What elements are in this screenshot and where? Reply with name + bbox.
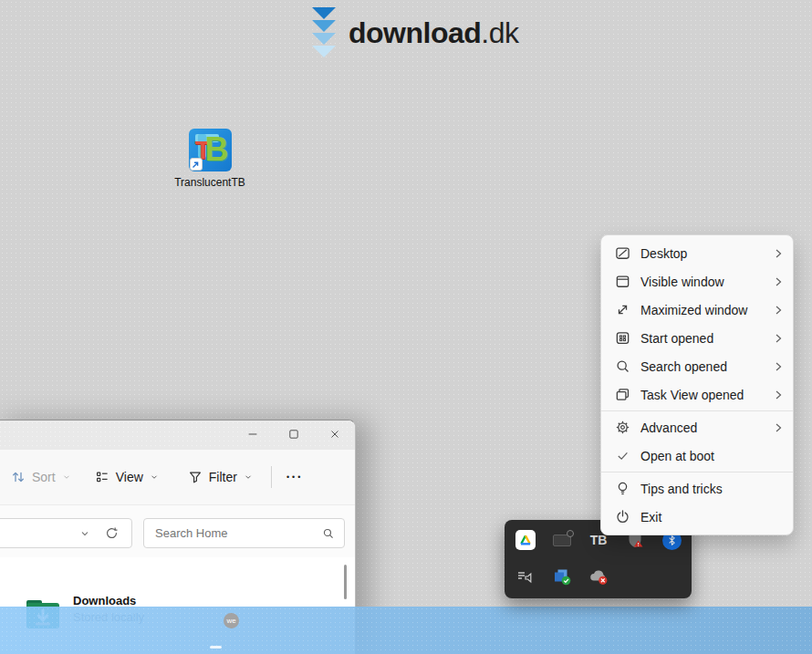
visible-window-icon (614, 274, 630, 290)
check-icon (614, 448, 630, 464)
start-icon (614, 330, 630, 347)
maximized-window-icon (614, 302, 630, 318)
submenu-chevron-icon (773, 247, 784, 260)
view-button[interactable]: View (95, 470, 159, 484)
submenu-chevron-icon (773, 389, 784, 401)
chevron-down-icon[interactable] (79, 528, 90, 539)
update-cube-check-icon[interactable] (544, 558, 580, 595)
menu-item-maximized-window[interactable]: Maximized window (601, 296, 793, 324)
translucenttb-context-menu: Desktop Visible window Maximized window … (600, 234, 794, 535)
filter-funnel-icon (188, 470, 203, 484)
menu-item-task-view-opened[interactable]: Task View opened (601, 380, 793, 409)
refresh-icon[interactable] (105, 526, 119, 540)
search-icon (614, 358, 630, 375)
desktop-shortcut-translucenttb[interactable]: T B TranslucentTB (174, 129, 245, 189)
hp-device-icon[interactable] (544, 522, 580, 558)
submenu-chevron-icon (773, 304, 784, 317)
submenu-chevron-icon (773, 275, 784, 288)
chevron-down-icon (150, 472, 159, 482)
shortcut-label: TranslucentTB (174, 176, 245, 189)
taskbar: W ENG UK (0, 607, 812, 654)
menu-item-open-at-boot[interactable]: Open at boot (601, 441, 793, 470)
minimize-button[interactable] (232, 420, 273, 448)
menu-item-exit[interactable]: Exit (601, 503, 793, 531)
submenu-chevron-icon (773, 360, 784, 373)
wallpaper-logo: download.dk (312, 7, 519, 58)
submenu-chevron-icon (773, 421, 784, 434)
folder-title: Downloads (73, 594, 144, 607)
search-icon (322, 527, 335, 540)
explorer-address-row (0, 505, 355, 557)
task-view-icon (614, 387, 630, 403)
wallpaper-logo-text: download.dk (349, 16, 519, 50)
menu-item-start-opened[interactable]: Start opened (601, 324, 793, 352)
filter-button[interactable]: Filter (188, 470, 253, 484)
menu-item-visible-window[interactable]: Visible window (601, 267, 793, 296)
menu-item-search-opened[interactable]: Search opened (601, 352, 793, 380)
more-options-button[interactable]: ••• (286, 472, 303, 482)
maximize-button[interactable] (273, 420, 314, 448)
menu-item-advanced[interactable]: Advanced (601, 413, 793, 441)
search-box[interactable] (143, 518, 345, 548)
explorer-toolbar: Sort View Filter ••• (0, 450, 355, 505)
gear-icon (614, 420, 630, 436)
toolbar-separator (271, 466, 272, 488)
view-list-icon (95, 470, 109, 484)
power-icon (614, 509, 630, 525)
menu-separator (601, 410, 793, 411)
google-drive-icon[interactable] (507, 522, 544, 558)
cloud-sync-error-icon[interactable] (580, 558, 617, 595)
chevron-down-icon (244, 472, 253, 482)
menu-separator (601, 472, 793, 472)
explorer-titlebar[interactable] (0, 420, 355, 450)
desktop-icon (614, 245, 630, 262)
address-bar[interactable] (0, 518, 132, 548)
volume-announce-icon[interactable] (507, 558, 544, 595)
shortcut-arrow-icon (190, 158, 203, 171)
menu-item-desktop[interactable]: Desktop (601, 239, 793, 267)
submenu-chevron-icon (773, 332, 784, 345)
sort-arrows-icon (11, 470, 26, 484)
chrome-running-indicator (210, 646, 222, 649)
translucenttb-app-icon: T B (189, 129, 232, 171)
close-button[interactable] (314, 420, 355, 448)
menu-item-tips-and-tricks[interactable]: Tips and tricks (601, 474, 793, 503)
lightbulb-icon (614, 481, 630, 497)
chevron-down-icon (62, 472, 71, 482)
chrome-profile-badge: we (224, 613, 239, 628)
download-dk-triangles-icon (312, 7, 336, 58)
search-input[interactable] (155, 526, 322, 540)
scrollbar-thumb[interactable] (344, 565, 347, 599)
sort-button[interactable]: Sort (11, 470, 71, 484)
